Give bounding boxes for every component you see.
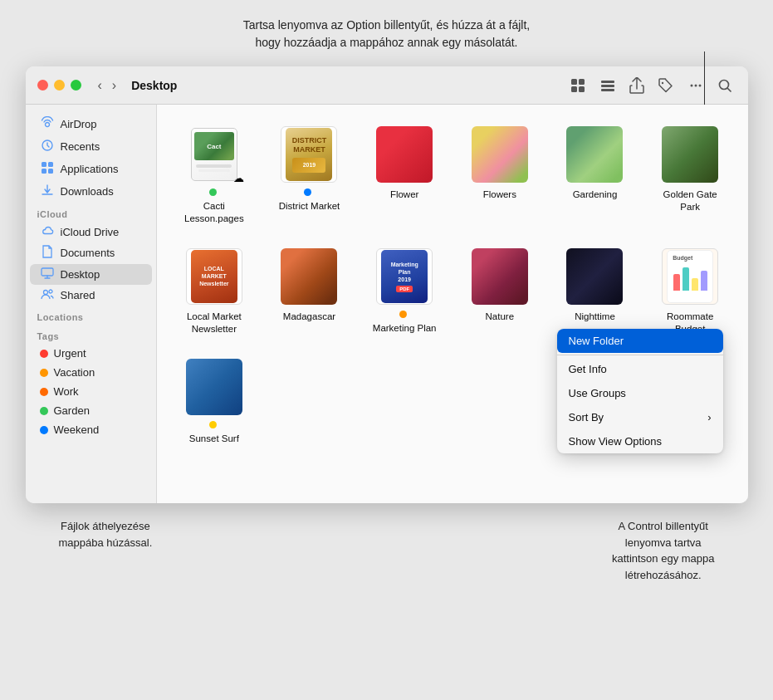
annotation-bottom-left: Fájlok áthelyezése mappába húzással. xyxy=(59,518,153,583)
sidebar-item-work[interactable]: Work xyxy=(30,382,152,401)
sidebar-item-shared[interactable]: Shared xyxy=(30,285,152,306)
svg-rect-3 xyxy=(579,86,585,92)
marketing-plan-icon: MarketingPlan2019 PDF xyxy=(374,247,434,306)
chevron-right-icon: › xyxy=(707,411,711,423)
sidebar-item-downloads[interactable]: Downloads xyxy=(30,180,152,203)
recents-label: Recents xyxy=(61,140,100,153)
svg-rect-6 xyxy=(601,89,614,91)
nature-label: Nature xyxy=(486,311,515,323)
svg-rect-0 xyxy=(571,79,577,85)
file-item-gardening[interactable]: Gardening xyxy=(550,120,639,230)
vacation-label: Vacation xyxy=(54,366,95,379)
nighttime-label: Nighttime xyxy=(575,311,615,323)
file-item-nature[interactable]: Nature xyxy=(455,242,544,340)
sidebar-item-icloud-drive[interactable]: iCloud Drive xyxy=(30,222,152,242)
file-item-golden-gate[interactable]: Golden Gate Park xyxy=(646,120,735,230)
svg-point-20 xyxy=(43,291,47,295)
applications-icon xyxy=(40,161,55,177)
applications-label: Applications xyxy=(61,163,119,175)
work-dot xyxy=(40,388,48,396)
sidebar-item-vacation[interactable]: Vacation xyxy=(30,363,152,382)
garden-dot xyxy=(40,407,48,415)
ctx-sort-by[interactable]: Sort By › xyxy=(557,405,723,429)
sidebar-item-desktop[interactable]: Desktop xyxy=(30,264,152,285)
svg-rect-15 xyxy=(42,162,46,167)
file-item-sunset-surf[interactable]: Sunset Surf xyxy=(170,352,259,450)
file-item-nighttime[interactable]: Nighttime xyxy=(550,242,639,340)
svg-point-13 xyxy=(45,123,49,127)
flowers-icon xyxy=(470,125,530,184)
airdrop-icon xyxy=(40,116,55,132)
sidebar-item-documents[interactable]: Documents xyxy=(30,242,152,264)
main-area: AirDrop Recents xyxy=(26,105,748,503)
sidebar-item-garden[interactable]: Garden xyxy=(30,401,152,420)
cacti-label: Cacti Lesson.pages xyxy=(184,200,244,225)
toolbar-right xyxy=(565,74,736,97)
traffic-lights xyxy=(37,80,81,91)
roommate-icon: Budget xyxy=(660,247,720,306)
svg-rect-17 xyxy=(42,169,46,174)
file-item-madagascar[interactable]: Madagascar xyxy=(265,242,354,340)
cloud-badge-cacti: ☁ xyxy=(233,172,244,184)
sidebar-item-weekend[interactable]: Weekend xyxy=(30,420,152,439)
ctx-use-groups[interactable]: Use Groups xyxy=(557,381,723,405)
icloud-section-label: iCloud xyxy=(26,203,156,222)
breadcrumb-title: Desktop xyxy=(131,79,177,92)
svg-point-11 xyxy=(719,80,728,89)
golden-gate-label: Golden Gate Park xyxy=(657,188,723,213)
back-button[interactable]: ‹ xyxy=(95,76,105,95)
tag-button[interactable] xyxy=(653,74,678,97)
marketing-label: Marketing Plan xyxy=(373,322,437,335)
icloud-drive-label: iCloud Drive xyxy=(61,226,120,238)
file-item-local-market[interactable]: LOCALMARKETNewsletter Local Market Newsl… xyxy=(170,242,259,340)
sunset-label: Sunset Surf xyxy=(189,433,239,445)
recents-icon xyxy=(40,139,55,154)
ctx-sep1 xyxy=(557,355,723,355)
local-market-icon: LOCALMARKETNewsletter xyxy=(184,247,244,306)
view-grid-button[interactable] xyxy=(565,74,590,97)
svg-rect-5 xyxy=(601,85,614,87)
nighttime-icon xyxy=(565,247,624,306)
documents-label: Documents xyxy=(61,247,115,259)
cacti-dot xyxy=(209,188,217,196)
shared-icon xyxy=(40,288,55,302)
district-label: District Market xyxy=(279,200,340,213)
file-item-marketing-plan[interactable]: MarketingPlan2019 PDF Marketing Plan xyxy=(360,242,449,340)
flower-label: Flower xyxy=(390,188,419,201)
file-item-district-market[interactable]: DISTRICTMARKET 2019 District Market xyxy=(265,120,354,230)
titlebar: ‹ › Desktop xyxy=(26,66,748,105)
svg-point-7 xyxy=(661,81,663,83)
search-button[interactable] xyxy=(713,75,736,96)
cacti-icon: Cact ☁ xyxy=(184,125,244,184)
forward-button[interactable]: › xyxy=(109,76,120,95)
file-item-flowers[interactable]: Flowers xyxy=(455,120,544,230)
sidebar-item-urgent[interactable]: Urgent xyxy=(30,344,152,363)
close-button[interactable] xyxy=(37,80,48,91)
sidebar-item-recents[interactable]: Recents xyxy=(30,135,152,158)
file-item-cacti[interactable]: Cact ☁ Cacti Lesson.pages xyxy=(170,120,259,230)
ctx-new-folder[interactable]: New Folder xyxy=(557,329,723,353)
icloud-drive-icon xyxy=(40,225,55,238)
shared-label: Shared xyxy=(61,289,95,301)
view-list-button[interactable] xyxy=(595,74,620,97)
weekend-label: Weekend xyxy=(54,423,100,436)
nav-arrows: ‹ › xyxy=(95,76,120,95)
weekend-dot xyxy=(40,426,48,434)
madagascar-icon xyxy=(279,247,339,306)
ctx-show-view-options[interactable]: Show View Options xyxy=(557,429,723,453)
sunset-dot xyxy=(209,421,217,428)
nature-icon xyxy=(470,247,530,306)
ctx-get-info[interactable]: Get Info xyxy=(557,357,723,381)
file-item-flower[interactable]: Flower xyxy=(360,120,449,230)
minimize-button[interactable] xyxy=(54,80,65,91)
district-market-icon: DISTRICTMARKET 2019 xyxy=(279,125,339,184)
sidebar-item-applications[interactable]: Applications xyxy=(30,158,152,180)
sidebar-item-airdrop[interactable]: AirDrop xyxy=(30,113,152,135)
share-button[interactable] xyxy=(625,74,648,97)
local-market-label: Local Market Newsletter xyxy=(187,311,242,335)
file-item-roommate[interactable]: Budget Roommate Budge xyxy=(646,242,735,340)
documents-icon xyxy=(40,245,55,261)
maximize-button[interactable] xyxy=(71,80,81,91)
svg-rect-19 xyxy=(42,268,53,276)
tags-section-label: Tags xyxy=(26,325,156,344)
